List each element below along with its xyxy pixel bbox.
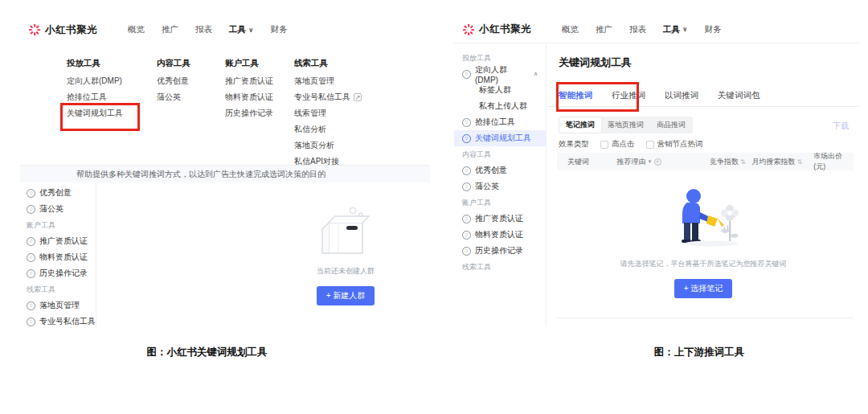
checkbox[interactable]	[600, 141, 608, 149]
brand-name: 小红书聚光	[479, 23, 531, 36]
card-bottom-border	[557, 318, 854, 318]
filter-option-high-click[interactable]: 高点击	[600, 139, 635, 150]
create-audience-button[interactable]: + 新建人群	[317, 286, 375, 305]
chevron-down-icon: ∨	[248, 27, 254, 34]
filter-option-marketing-hotword[interactable]: 营销节点热词	[646, 139, 703, 150]
nav-report[interactable]: 报表	[629, 24, 646, 35]
menu-item-great-creative[interactable]: 优秀创意	[157, 73, 190, 89]
screenshot-left: 小红书聚光 概览 推广 报表 工具∨ 财务 投放工具 定向人群(DMP) 抢排位…	[20, 16, 430, 326]
filter-label: 效果类型	[559, 139, 589, 150]
nav-overview[interactable]: 概览	[562, 24, 579, 35]
juguang-spark-icon	[28, 23, 41, 36]
dropdown-col-title: 内容工具	[157, 55, 190, 71]
nav-promotion[interactable]: 推广	[596, 24, 612, 35]
col-market-bid: 市场出价(元)	[813, 151, 854, 172]
checkbox[interactable]	[646, 141, 654, 149]
sidebar-item-promo-cert[interactable]: ▽推广资质认证	[23, 233, 96, 249]
subtab-segmented-control: 笔记推词 落地页推词 商品推词	[559, 117, 693, 133]
help-icon: ?	[654, 158, 661, 166]
menu-item-dm-analysis[interactable]: 私信分析	[294, 121, 362, 137]
chevron-down-icon: ∨	[682, 26, 688, 33]
sidebar-section-account: 账户工具	[454, 195, 546, 211]
table-header: 关键词 推荐理由▼? 竞争指数⇅ 月均搜索指数⇅ 市场出价(元)	[557, 153, 854, 170]
sidebar-item-great-creative[interactable]: ▽优秀创意	[454, 162, 546, 178]
nav-promotion[interactable]: 推广	[162, 24, 178, 35]
sidebar-item-history-log[interactable]: ▽历史操作记录	[454, 243, 546, 259]
subtab-goods-suggest[interactable]: 商品推词	[650, 117, 692, 133]
sidebar-item-great-creative[interactable]: ▽优秀创意	[23, 185, 96, 201]
sidebar-item-dm-tool[interactable]: ▽专业号私信工具	[23, 314, 96, 326]
sort-icon[interactable]: ⇅	[796, 158, 802, 166]
download-link[interactable]: 下载	[833, 121, 849, 132]
select-note-button[interactable]: + 选择笔记	[674, 279, 733, 298]
sidebar-item-dandelion[interactable]: ▽蒲公英	[23, 201, 96, 217]
sidebar-section-content: 内容工具	[454, 146, 546, 162]
nav-report[interactable]: 报表	[195, 24, 212, 35]
dropdown-col-title: 账户工具	[225, 55, 273, 71]
subtab-landing-suggest[interactable]: 落地页推词	[601, 117, 650, 133]
brand-name: 小红书聚光	[45, 23, 97, 37]
tab-word-suggest[interactable]: 以词推词	[665, 90, 698, 106]
menu-item-lead-mgmt[interactable]: 线索管理	[294, 105, 362, 121]
tool-icon: ▽	[27, 318, 35, 326]
menu-item-material-cert[interactable]: 物料资质认证	[225, 89, 273, 105]
dropdown-col-leads: 线索工具 落地页管理 专业号私信工具↗ 线索管理 私信分析 落地页分析 私信AP…	[294, 55, 362, 170]
tool-icon: ▽	[27, 189, 35, 198]
brand-logo[interactable]: 小红书聚光	[462, 23, 531, 36]
top-nav: 概览 推广 报表 工具∨ 财务	[562, 24, 722, 35]
tool-icon: ▽	[462, 182, 471, 191]
sidebar-item-material-cert[interactable]: ▽物料资质认证	[23, 249, 96, 265]
nav-finance[interactable]: 财务	[271, 24, 288, 35]
sidebar-item-dmp[interactable]: ▽定向人群(DMP)∧	[454, 66, 546, 82]
tab-keyword-pack[interactable]: 关键词词包	[718, 90, 760, 106]
nav-finance[interactable]: 财务	[705, 24, 722, 35]
menu-item-promo-cert[interactable]: 推广资质认证	[225, 73, 273, 89]
tool-icon: ▽	[462, 70, 471, 79]
sidebar-item-rank-grab[interactable]: ▽抢排位工具	[454, 114, 546, 130]
sidebar-section-account: 账户工具	[23, 217, 96, 233]
tool-icon: ▽	[27, 253, 35, 262]
subtab-note-suggest[interactable]: 笔记推词	[559, 117, 601, 133]
menu-item-dmp[interactable]: 定向人群(DMP)	[67, 73, 123, 89]
nav-overview[interactable]: 概览	[128, 24, 145, 35]
dropdown-col-title: 线索工具	[294, 55, 362, 71]
menu-item-landing-analysis[interactable]: 落地页分析	[294, 137, 362, 154]
tool-icon: ▽	[462, 215, 471, 223]
sidebar-item-keyword-planner[interactable]: ▽关键词规划工具	[454, 130, 546, 146]
sidebar-section-leads: 线索工具	[454, 259, 546, 275]
nav-tools[interactable]: 工具∨	[663, 24, 688, 35]
col-monthly-search-index[interactable]: 月均搜索指数⇅	[746, 157, 802, 167]
col-keyword: 关键词	[567, 157, 617, 167]
brand-logo[interactable]: 小红书聚光	[28, 23, 97, 37]
sidebar-item-dandelion[interactable]: ▽蒲公英	[454, 178, 546, 195]
caption-left: 图：小红书关键词规划工具	[0, 346, 414, 359]
tool-icon: ▽	[27, 269, 35, 278]
external-link-icon: ↗	[354, 93, 362, 101]
sidebar-item-private-upload[interactable]: 私有上传人群	[454, 98, 546, 114]
col-recommend-reason[interactable]: 推荐理由▼?	[617, 157, 710, 167]
sidebar-item-promo-cert[interactable]: ▽推广资质认证	[454, 211, 546, 227]
col-competition-index[interactable]: 竞争指数⇅	[710, 157, 746, 167]
sidebar-item-landing-mgmt[interactable]: ▽落地页管理	[23, 297, 96, 314]
dropdown-col-title: 投放工具	[67, 55, 123, 71]
nav-tools[interactable]: 工具∨	[229, 24, 254, 35]
tool-icon: ▽	[462, 166, 471, 175]
menu-item-dandelion[interactable]: 蒲公英	[157, 89, 190, 105]
menu-item-history-log[interactable]: 历史操作记录	[225, 105, 273, 121]
sidebar-item-material-cert[interactable]: ▽物料资质认证	[454, 227, 546, 243]
sort-icon[interactable]: ⇅	[740, 158, 746, 166]
empty-box-illustration	[311, 207, 380, 256]
sidebar-section-leads: 线索工具	[23, 281, 96, 297]
tool-icon: ▽	[462, 118, 471, 127]
tool-icon: ▽	[462, 247, 471, 256]
dropdown-col-account: 账户工具 推广资质认证 物料资质认证 历史操作记录	[225, 55, 273, 121]
sidebar-item-tag-audience[interactable]: 标签人群	[454, 82, 546, 98]
sidebar-item-history-log[interactable]: ▽历史操作记录	[23, 265, 96, 281]
sidebar: 投放工具 ▽定向人群(DMP)∧ 标签人群 私有上传人群 ▽抢排位工具 ▽关键词…	[454, 44, 547, 326]
filter-funnel-icon[interactable]: ▼	[648, 159, 653, 164]
menu-item-dm-tool[interactable]: 专业号私信工具↗	[294, 89, 362, 105]
empty-state-text: 请先选择笔记，平台将基于所选笔记为您推荐关键词	[547, 259, 860, 269]
tool-icon: ▽	[27, 301, 35, 310]
page: 小红书聚光 概览 推广 报表 工具∨ 财务 投放工具 定向人群(DMP) 抢排位…	[0, 0, 868, 414]
menu-item-landing-mgmt[interactable]: 落地页管理	[294, 73, 362, 89]
